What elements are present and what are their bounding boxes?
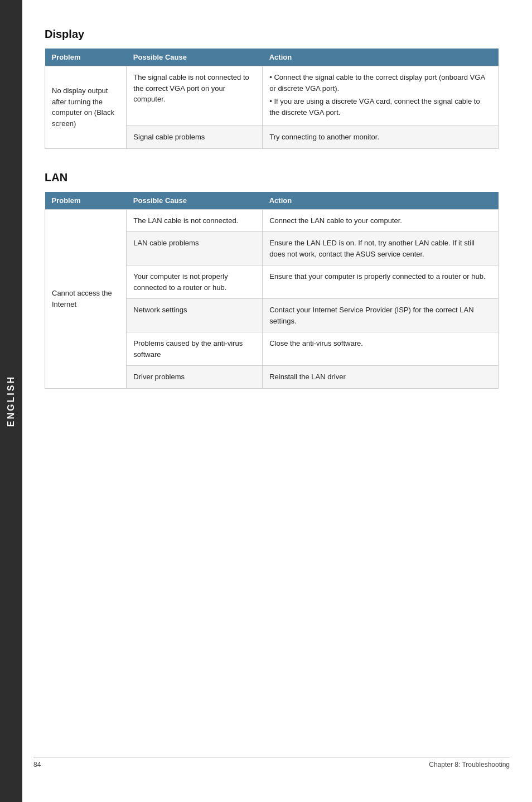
footer: 84 Chapter 8: Troubleshooting — [33, 757, 510, 769]
display-table-header-row: Problem Possible Cause Action — [45, 49, 499, 66]
display-header-problem: Problem — [45, 49, 127, 66]
footer-chapter: Chapter 8: Troubleshooting — [429, 761, 510, 769]
display-table: Problem Possible Cause Action No display… — [45, 49, 499, 149]
lan-header-problem: Problem — [45, 192, 127, 210]
lan-cause-5: Problems caused by the anti-virus softwa… — [127, 332, 263, 366]
lan-header-action: Action — [263, 192, 499, 210]
display-title: Display — [45, 28, 499, 41]
lan-action-6: Reinstall the LAN driver — [263, 366, 499, 389]
lan-action-2: Ensure the LAN LED is on. If not, try an… — [263, 232, 499, 265]
lan-table: Problem Possible Cause Action Cannot acc… — [45, 192, 499, 389]
display-action-1: Connect the signal cable to the correct … — [263, 66, 499, 126]
lan-table-header-row: Problem Possible Cause Action — [45, 192, 499, 210]
lan-cause-1: The LAN cable is not connected. — [127, 209, 263, 232]
lan-section: LAN Problem Possible Cause Action Cannot… — [45, 171, 499, 389]
lan-problem-1: Cannot access the Internet — [45, 209, 127, 388]
display-action-2: Try connecting to another monitor. — [263, 126, 499, 149]
lan-header-cause: Possible Cause — [127, 192, 263, 210]
footer-page-number: 84 — [33, 761, 41, 769]
lan-cause-3: Your computer is not properly connected … — [127, 265, 263, 299]
lan-action-3: Ensure that your computer is properly co… — [263, 265, 499, 299]
display-problem-1: No display output after turning the comp… — [45, 66, 127, 149]
lan-action-4: Contact your Internet Service Provider (… — [263, 299, 499, 332]
display-section: Display Problem Possible Cause Action No… — [45, 28, 499, 149]
display-cause-2: Signal cable problems — [127, 126, 263, 149]
lan-cause-6: Driver problems — [127, 366, 263, 389]
display-header-action: Action — [263, 49, 499, 66]
lan-action-5: Close the anti-virus software. — [263, 332, 499, 366]
lan-action-1: Connect the LAN cable to your computer. — [263, 209, 499, 232]
display-header-cause: Possible Cause — [127, 49, 263, 66]
lan-title: LAN — [45, 171, 499, 184]
lan-cause-2: LAN cable problems — [127, 232, 263, 265]
table-row: Cannot access the Internet The LAN cable… — [45, 209, 499, 232]
main-content: Display Problem Possible Cause Action No… — [33, 0, 532, 456]
sidebar: ENGLISH — [0, 0, 22, 802]
display-cause-1: The signal cable is not connected to the… — [127, 66, 263, 126]
sidebar-label: ENGLISH — [6, 375, 16, 427]
lan-cause-4: Network settings — [127, 299, 263, 332]
table-row: No display output after turning the comp… — [45, 66, 499, 126]
